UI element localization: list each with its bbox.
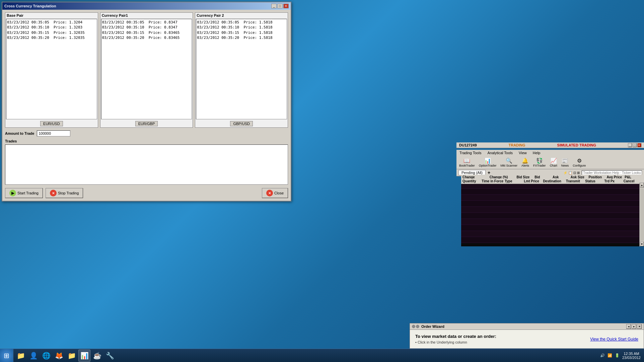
col-destination: Destination xyxy=(543,179,566,183)
maximize-button[interactable]: □ xyxy=(277,4,283,8)
menu-trading-tools[interactable]: Trading Tools xyxy=(458,150,482,155)
toolbar-chart[interactable]: 📈Chart xyxy=(549,157,559,168)
wizard-titlebar: Order Wizard ◂ ▸ ✕ xyxy=(410,323,644,330)
tab-icon-4[interactable]: ⊞ xyxy=(577,171,580,175)
col-status: Status xyxy=(585,179,604,183)
price-row: 03/23/2012 00:35:10 Price: 0.8347 xyxy=(102,25,191,30)
taskbar-folder-icon[interactable]: 📁 xyxy=(66,350,78,362)
close-dialog-button[interactable]: ✕ Close xyxy=(262,188,288,198)
col-type: Type xyxy=(505,179,524,183)
start-trading-label: Start Trading xyxy=(17,191,39,195)
start-icon: ▶ xyxy=(9,190,16,196)
price-row: 03/23/2012 00:35:15 Price: 0.83465 xyxy=(102,30,191,35)
tab-icon-2[interactable]: 📋 xyxy=(568,171,572,175)
wizard-main-text: To view market data or create an order: xyxy=(415,334,496,339)
taskbar-clock: 12:35 AM 23/03/2012 xyxy=(622,352,641,360)
trades-label: Trades xyxy=(5,139,288,143)
amount-input[interactable] xyxy=(37,130,70,136)
scroll-track xyxy=(640,188,644,241)
toolbar-configure[interactable]: ⚙Configure xyxy=(571,157,587,168)
taskbar-explorer-icon[interactable]: 📁 xyxy=(15,350,27,362)
trades-section: Trades xyxy=(5,139,288,185)
stop-trading-button[interactable]: ✕ Stop Trading xyxy=(46,188,83,198)
scroll-down[interactable]: ▼ xyxy=(640,242,644,246)
scroll-up[interactable]: ▲ xyxy=(640,183,644,187)
account-bar: DU127249 TRADING SIMULATED TRADING _ □ ✕ xyxy=(456,142,644,148)
tab-icon-1[interactable]: ⚡ xyxy=(563,171,567,175)
wizard-body: To view market data or create an order: … xyxy=(410,330,644,348)
price-row: 03/23/2012 00:35:15 Price: 1.5818 xyxy=(197,30,286,35)
ibtws-minimize[interactable]: _ xyxy=(628,143,632,147)
quick-start-guide-link[interactable]: View the Quick Start Guide xyxy=(590,337,638,342)
grid-row xyxy=(461,189,644,195)
menu-analytical-tools[interactable]: Analytical Tools xyxy=(486,150,514,155)
taskbar-right: 🔊 📶 🔋 12:35 AM 23/03/2012 xyxy=(597,352,644,360)
simulated-label: SIMULATED TRADING xyxy=(557,143,596,147)
grid-row xyxy=(461,237,644,243)
eur-gbp-label: EUR/GBP xyxy=(135,121,158,126)
toolbar-news[interactable]: 📰News xyxy=(560,157,570,168)
start-button[interactable] xyxy=(0,349,13,362)
cross-currency-dialog: Cross Currency Triangulation _ □ ✕ Base … xyxy=(2,2,291,201)
ibtws-toolbar: 📖BookTrader 📊OptionTrader 🔍Mkt Scanner 🔔… xyxy=(456,156,644,169)
grid-row xyxy=(461,225,644,231)
close-label: Close xyxy=(274,191,284,195)
taskbar-ie-icon[interactable]: 🌐 xyxy=(40,350,52,362)
battery-icon[interactable]: 🔋 xyxy=(615,353,620,358)
base-pair-header: Base Pair xyxy=(5,13,98,18)
toolbar-alerts[interactable]: 🔔Alerts xyxy=(520,157,530,168)
taskbar-java-icon[interactable]: ☕ xyxy=(91,350,103,362)
col-transmit: Transmit xyxy=(566,179,585,183)
wizard-ctrl-1[interactable]: ◂ xyxy=(626,324,631,329)
grid-row xyxy=(461,231,644,237)
grid-row xyxy=(461,207,644,213)
col-lmt-price: Lmt Price xyxy=(524,179,543,183)
trading-label: TRADING xyxy=(509,143,525,147)
taskbar-extra-icon[interactable]: 🔧 xyxy=(104,350,116,362)
taskbar-user-icon[interactable]: 👤 xyxy=(27,350,40,362)
currency-pair1-panel: Currency Pair1 03/23/2012 00:35:05 Price… xyxy=(100,12,193,128)
wizard-title: Order Wizard xyxy=(421,324,444,328)
taskbar: 📁 👤 🌐 🦊 📁 📊 ☕ 🔧 🔊 📶 🔋 12:35 AM 23/03/201… xyxy=(0,349,644,362)
toolbar-mktscanner[interactable]: 🔍Mkt Scanner xyxy=(499,157,519,168)
tab-icon-3[interactable]: ⊡ xyxy=(573,171,576,175)
menu-help[interactable]: Help xyxy=(532,150,542,155)
wizard-ctrl-2[interactable]: ▸ xyxy=(632,324,636,329)
col-trd-px: Trd Px xyxy=(604,179,624,183)
toolbar-booktrader[interactable]: 📖BookTrader xyxy=(458,157,476,168)
price-row: 03/23/2012 00:35:15 Price: 1.32035 xyxy=(7,30,96,35)
dialog-title: Cross Currency Triangulation xyxy=(4,4,56,8)
wizard-text-area: To view market data or create an order: … xyxy=(415,334,496,344)
wizard-close[interactable]: ✕ xyxy=(637,324,642,329)
close-button[interactable]: ✕ xyxy=(283,4,289,8)
price-row: 03/23/2012 00:35:05 Price: 1.3204 xyxy=(7,20,96,25)
clock-time: 12:35 AM xyxy=(622,352,641,356)
dialog-titlebar: Cross Currency Triangulation _ □ ✕ xyxy=(2,2,291,10)
base-pair-footer: EUR/USD xyxy=(5,120,98,127)
account-id: DU127249 xyxy=(459,143,477,147)
ibtws-maximize[interactable]: □ xyxy=(633,143,637,147)
minimize-button[interactable]: _ xyxy=(271,4,277,8)
grid-row xyxy=(461,195,644,201)
start-trading-button[interactable]: ▶ Start Trading xyxy=(5,188,43,198)
toolbar-optiontrader[interactable]: 📊OptionTrader xyxy=(478,157,498,168)
price-row: 03/23/2012 00:35:20 Price: 1.5818 xyxy=(197,35,286,40)
taskbar-ib-icon[interactable]: 📊 xyxy=(78,350,90,362)
toolbar-fxtrader[interactable]: 💱FXTrader xyxy=(532,157,547,168)
menu-view[interactable]: View xyxy=(518,150,528,155)
taskbar-firefox-icon[interactable]: 🦊 xyxy=(53,350,65,362)
network-icon[interactable]: 📶 xyxy=(607,353,612,358)
currency-pair2-footer: GBP/USD xyxy=(195,120,288,127)
orders-grid-body xyxy=(461,183,644,246)
wizard-dots xyxy=(412,325,419,328)
currency-pair1-footer: EUR/GBP xyxy=(100,120,193,127)
volume-icon[interactable]: 🔊 xyxy=(600,353,605,358)
ibtws-close[interactable]: ✕ xyxy=(637,143,641,147)
currency-pair1-data: 03/23/2012 00:35:05 Price: 0.8347 03/23/… xyxy=(101,19,192,119)
column-headers-bottom: Quantity Time in Force Type Lmt Price De… xyxy=(461,179,644,184)
stop-icon: ✕ xyxy=(50,190,57,196)
button-row: ▶ Start Trading ✕ Stop Trading ✕ Close xyxy=(5,188,288,198)
close-icon: ✕ xyxy=(266,190,273,196)
ibtws-scrollbar[interactable]: ▲ ▼ xyxy=(639,183,644,246)
grid-row xyxy=(461,219,644,225)
